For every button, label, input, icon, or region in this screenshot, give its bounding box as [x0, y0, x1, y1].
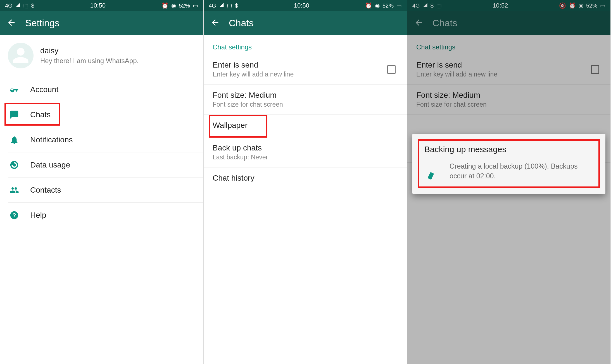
- setting-backup-chats[interactable]: Back up chats Last backup: Never: [204, 137, 407, 167]
- spinner-icon: [424, 164, 438, 178]
- alarm-icon: ⏰: [161, 2, 168, 9]
- dialog-title: Backing up messages: [424, 145, 593, 154]
- back-icon[interactable]: [210, 18, 220, 28]
- setting-title: Wallpaper: [213, 121, 248, 130]
- setting-wallpaper[interactable]: Wallpaper: [204, 115, 407, 137]
- menu-label: Account: [30, 85, 58, 94]
- status-icon: ⬚: [23, 2, 28, 9]
- menu-label: Data usage: [30, 161, 70, 169]
- signal-icon: [423, 3, 428, 9]
- page-title: Chats: [432, 18, 457, 28]
- wifi-icon: ◉: [375, 2, 380, 9]
- profile-status: Hey there! I am using WhatsApp.: [40, 57, 139, 65]
- status-icon: ⬚: [227, 2, 232, 9]
- battery-label: 52%: [586, 3, 597, 9]
- battery-label: 52%: [382, 3, 394, 9]
- setting-enter-is-send[interactable]: Enter is send Enter key will add a new l…: [204, 54, 407, 85]
- menu-notifications[interactable]: Notifications: [8, 127, 203, 152]
- chat-icon: [8, 110, 20, 119]
- svg-text:?: ?: [13, 212, 16, 218]
- menu-label: Notifications: [30, 135, 73, 144]
- mute-icon: 🔇: [559, 2, 566, 9]
- alarm-icon: ⏰: [365, 2, 372, 9]
- battery-label: 52%: [179, 3, 190, 9]
- signal-icon: [15, 3, 20, 9]
- screen-chats: 4G ⬚ $ 10:50 ⏰ ◉ 52% ▭ Chats Chat settin…: [204, 0, 407, 364]
- battery-icon: ▭: [600, 2, 605, 9]
- profile-row[interactable]: daisy Hey there! I am using WhatsApp.: [0, 35, 203, 77]
- data-icon: [8, 160, 20, 170]
- clock: 10:50: [294, 2, 309, 9]
- menu-chats[interactable]: Chats: [8, 102, 203, 127]
- menu-label: Help: [30, 211, 46, 220]
- network-label: 4G: [5, 3, 13, 9]
- settings-content: daisy Hey there! I am using WhatsApp. Ac…: [0, 35, 203, 364]
- app-bar: Chats: [407, 11, 610, 35]
- status-icon: ⬚: [436, 2, 442, 9]
- menu-label: Contacts: [30, 186, 61, 195]
- menu-label: Chats: [30, 110, 51, 119]
- menu-data-usage[interactable]: Data usage: [8, 152, 203, 178]
- page-title: Chats: [229, 18, 254, 28]
- menu-contacts[interactable]: Contacts: [8, 178, 203, 203]
- key-icon: [8, 85, 20, 94]
- menu-account[interactable]: Account: [8, 77, 203, 102]
- status-icon: $: [235, 3, 238, 9]
- setting-subtitle: Font size for chat screen: [213, 101, 283, 108]
- battery-icon: ▭: [193, 2, 198, 9]
- alarm-icon: ⏰: [569, 2, 576, 9]
- menu-help[interactable]: ? Help: [8, 203, 203, 228]
- status-bar: 4G ⬚ $ 10:50 ⏰ ◉ 52% ▭: [204, 0, 407, 11]
- network-label: 4G: [209, 3, 216, 9]
- bell-icon: [8, 135, 20, 145]
- back-icon[interactable]: [414, 18, 424, 28]
- section-header: Chat settings: [204, 35, 407, 54]
- app-bar: Chats: [204, 11, 407, 35]
- setting-subtitle: Last backup: Never: [213, 154, 268, 161]
- checkbox[interactable]: [387, 65, 396, 74]
- status-icon: $: [431, 3, 434, 9]
- help-icon: ?: [8, 210, 20, 220]
- battery-icon: ▭: [396, 2, 402, 9]
- setting-title: Chat history: [213, 174, 254, 183]
- setting-chat-history[interactable]: Chat history: [204, 167, 407, 190]
- clock: 10:52: [493, 2, 508, 9]
- app-bar: Settings: [0, 11, 203, 35]
- highlight-box: Backing up messages Creating a local bac…: [418, 139, 600, 188]
- contacts-icon: [8, 185, 20, 195]
- setting-title: Back up chats: [213, 143, 268, 152]
- status-bar: 4G $ ⬚ 10:52 🔇 ⏰ ◉ 52% ▭: [407, 0, 610, 11]
- signal-icon: [219, 3, 224, 9]
- profile-name: daisy: [40, 46, 139, 55]
- screen-settings: 4G ⬚ $ 10:50 ⏰ ◉ 52% ▭ Settings daisy He…: [0, 0, 204, 364]
- chats-content: Chat settings Enter is send Enter key wi…: [204, 35, 407, 364]
- clock: 10:50: [90, 2, 106, 9]
- setting-title: Enter is send: [213, 61, 294, 70]
- network-label: 4G: [412, 3, 420, 9]
- wifi-icon: ◉: [579, 2, 583, 9]
- wifi-icon: ◉: [171, 2, 176, 9]
- setting-font-size[interactable]: Font size: Medium Font size for chat scr…: [204, 85, 407, 115]
- setting-subtitle: Enter key will add a new line: [213, 71, 294, 78]
- setting-title: Font size: Medium: [213, 91, 283, 100]
- screen-backup-dialog: 4G $ ⬚ 10:52 🔇 ⏰ ◉ 52% ▭ Chats Chat sett…: [407, 0, 611, 364]
- page-title: Settings: [25, 18, 60, 28]
- backup-dialog: Backing up messages Creating a local bac…: [412, 134, 605, 194]
- dialog-message: Creating a local backup (100%). Backups …: [450, 161, 593, 181]
- status-icon: $: [31, 3, 34, 9]
- chats-content-dimmed: Chat settings Enter is send Enter key wi…: [407, 35, 610, 364]
- back-icon[interactable]: [7, 18, 16, 28]
- status-bar: 4G ⬚ $ 10:50 ⏰ ◉ 52% ▭: [0, 0, 203, 11]
- avatar: [8, 43, 34, 68]
